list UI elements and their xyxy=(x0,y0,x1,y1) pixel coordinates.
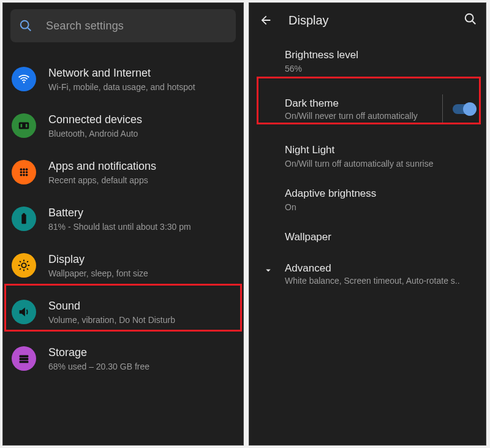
settings-item-connected[interactable]: Connected devices Bluetooth, Android Aut… xyxy=(3,102,243,149)
option-wallpaper[interactable]: Wallpaper xyxy=(249,222,486,252)
svg-rect-18 xyxy=(20,355,29,358)
search-button[interactable] xyxy=(464,12,477,28)
svg-point-21 xyxy=(466,14,473,22)
settings-item-subtitle: 68% used – 20.30 GB free xyxy=(48,361,149,372)
svg-rect-3 xyxy=(19,123,29,129)
settings-item-title: Battery xyxy=(48,205,191,220)
settings-item-sound[interactable]: Sound Volume, vibration, Do Not Disturb xyxy=(3,289,243,335)
option-dark-theme[interactable]: Dark theme On/Will never turn off automa… xyxy=(249,83,486,135)
search-settings-field[interactable]: Search settings xyxy=(10,9,236,42)
header: Display xyxy=(249,3,486,37)
svg-point-6 xyxy=(20,169,23,171)
settings-item-subtitle: Wi-Fi, mobile, data usage, and hotspot xyxy=(48,82,195,93)
option-title: Brightness level xyxy=(285,48,473,62)
settings-item-title: Network and Internet xyxy=(48,66,195,80)
display-settings-screen: Display Brightness level 56% Dark theme … xyxy=(249,2,486,446)
svg-point-17 xyxy=(21,263,26,267)
option-title: Advanced xyxy=(285,262,460,275)
brightness-icon xyxy=(12,253,36,278)
option-subtitle: On/Will never turn off automatically xyxy=(285,111,432,121)
settings-item-subtitle: Bluetooth, Android Auto xyxy=(48,128,142,139)
option-night-light[interactable]: Night Light On/Will turn off automatical… xyxy=(249,135,486,178)
svg-point-12 xyxy=(20,174,23,177)
svg-rect-16 xyxy=(23,213,25,215)
svg-line-22 xyxy=(472,21,475,24)
settings-item-subtitle: Volume, vibration, Do Not Disturb xyxy=(48,314,175,325)
battery-icon xyxy=(12,207,36,231)
dark-theme-toggle[interactable] xyxy=(453,104,475,114)
svg-point-0 xyxy=(21,21,29,29)
settings-item-storage[interactable]: Storage 68% used – 20.30 GB free xyxy=(3,335,243,382)
svg-point-2 xyxy=(23,82,25,83)
apps-icon xyxy=(12,160,36,184)
svg-rect-20 xyxy=(20,361,29,363)
settings-list: Network and Internet Wi-Fi, mobile, data… xyxy=(3,47,243,382)
option-subtitle: On/Will turn off automatically at sunris… xyxy=(285,158,473,170)
settings-item-subtitle: Recent apps, default apps xyxy=(48,175,156,186)
svg-rect-15 xyxy=(21,215,26,224)
back-arrow-icon xyxy=(259,13,273,27)
display-options-list: Brightness level 56% Dark theme On/Will … xyxy=(249,37,486,295)
svg-point-13 xyxy=(23,174,25,177)
sound-icon xyxy=(12,300,36,324)
option-subtitle: On xyxy=(285,202,473,213)
settings-item-apps[interactable]: Apps and notifications Recent apps, defa… xyxy=(3,149,243,196)
svg-point-8 xyxy=(26,169,28,171)
option-title: Night Light xyxy=(285,143,473,157)
settings-item-battery[interactable]: Battery 81% - Should last until about 3:… xyxy=(3,196,243,242)
settings-item-subtitle: Wallpaper, sleep, font size xyxy=(48,268,148,279)
option-subtitle: White balance, Screen timeout, Auto-rota… xyxy=(285,276,460,286)
svg-point-11 xyxy=(26,171,28,173)
settings-item-network[interactable]: Network and Internet Wi-Fi, mobile, data… xyxy=(3,56,243,102)
svg-rect-4 xyxy=(21,124,23,127)
option-title: Wallpaper xyxy=(285,230,473,244)
settings-item-display[interactable]: Display Wallpaper, sleep, font size xyxy=(3,242,243,289)
settings-item-title: Display xyxy=(48,252,148,267)
back-button[interactable] xyxy=(258,12,274,28)
svg-point-9 xyxy=(20,171,23,173)
option-adaptive-brightness[interactable]: Adaptive brightness On xyxy=(249,178,486,222)
storage-icon xyxy=(12,346,36,371)
divider xyxy=(442,94,443,124)
svg-point-7 xyxy=(23,169,25,171)
settings-item-title: Apps and notifications xyxy=(48,159,156,173)
svg-point-10 xyxy=(23,171,25,173)
option-subtitle: 56% xyxy=(285,63,473,75)
settings-item-title: Connected devices xyxy=(48,112,142,127)
svg-line-1 xyxy=(28,28,31,31)
page-title: Display xyxy=(288,13,464,28)
option-title: Adaptive brightness xyxy=(285,187,473,200)
svg-point-14 xyxy=(26,174,28,177)
svg-rect-5 xyxy=(26,124,28,127)
settings-item-title: Sound xyxy=(48,298,175,313)
settings-item-subtitle: 81% - Should last until about 3:30 pm xyxy=(48,221,191,232)
devices-icon xyxy=(12,113,36,138)
settings-item-title: Storage xyxy=(48,345,149,360)
option-title: Dark theme xyxy=(285,97,432,110)
option-advanced[interactable]: Advanced White balance, Screen timeout, … xyxy=(249,252,486,295)
chevron-down-icon xyxy=(260,262,276,276)
option-brightness-level[interactable]: Brightness level 56% xyxy=(249,40,486,83)
search-icon xyxy=(464,12,477,26)
search-placeholder: Search settings xyxy=(46,20,124,32)
search-icon xyxy=(19,19,32,32)
svg-rect-19 xyxy=(20,358,29,360)
wifi-icon xyxy=(12,67,36,91)
settings-main-screen: Search settings Network and Internet Wi-… xyxy=(2,2,244,446)
